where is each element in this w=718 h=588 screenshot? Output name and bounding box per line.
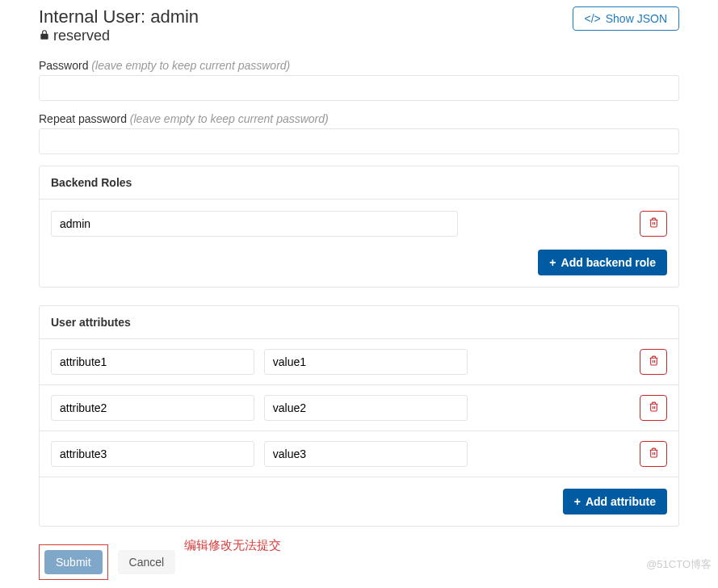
reserved-label: reserved bbox=[53, 27, 110, 44]
show-json-button[interactable]: </> Show JSON bbox=[573, 6, 680, 31]
password-label: Password (leave empty to keep current pa… bbox=[39, 59, 679, 72]
repeat-password-label: Repeat password (leave empty to keep cur… bbox=[39, 112, 679, 125]
attribute-value-input[interactable] bbox=[264, 441, 468, 467]
trash-icon bbox=[649, 217, 659, 230]
password-hint: (leave empty to keep current password) bbox=[91, 59, 290, 72]
backend-role-row bbox=[51, 211, 667, 237]
plus-icon: + bbox=[574, 495, 581, 508]
password-input[interactable] bbox=[39, 75, 679, 101]
plus-icon: + bbox=[549, 256, 556, 269]
attribute-key-input[interactable] bbox=[51, 441, 254, 467]
add-attribute-button[interactable]: + Add attribute bbox=[563, 489, 667, 514]
add-backend-role-label: Add backend role bbox=[561, 256, 656, 269]
user-attributes-title: User attributes bbox=[40, 306, 678, 339]
trash-icon bbox=[649, 355, 659, 368]
backend-roles-panel: Backend Roles + Add backend role bbox=[39, 166, 679, 288]
backend-role-input[interactable] bbox=[51, 211, 458, 237]
delete-attribute-button[interactable] bbox=[640, 395, 667, 421]
attribute-row bbox=[40, 431, 678, 477]
repeat-password-label-text: Repeat password bbox=[39, 112, 127, 125]
attribute-key-input[interactable] bbox=[51, 349, 254, 375]
repeat-password-input[interactable] bbox=[39, 128, 679, 154]
attribute-key-input[interactable] bbox=[51, 395, 254, 421]
repeat-password-hint: (leave empty to keep current password) bbox=[130, 112, 329, 125]
user-attributes-panel: User attributes + bbox=[39, 305, 679, 527]
delete-role-button[interactable] bbox=[640, 211, 667, 237]
add-attribute-label: Add attribute bbox=[586, 495, 656, 508]
attribute-value-input[interactable] bbox=[264, 395, 468, 421]
reserved-status: reserved bbox=[39, 27, 199, 44]
delete-attribute-button[interactable] bbox=[640, 441, 667, 467]
attribute-row bbox=[40, 385, 678, 431]
watermark: @51CTO博客 bbox=[646, 557, 712, 572]
backend-roles-title: Backend Roles bbox=[40, 166, 678, 200]
trash-icon bbox=[649, 401, 659, 414]
delete-attribute-button[interactable] bbox=[640, 349, 667, 375]
add-backend-role-button[interactable]: + Add backend role bbox=[538, 250, 667, 275]
annotation-text: 编辑修改无法提交 bbox=[184, 538, 281, 553]
submit-button[interactable]: Submit bbox=[44, 550, 103, 574]
cancel-button[interactable]: Cancel bbox=[118, 550, 176, 574]
trash-icon bbox=[649, 447, 659, 460]
attribute-value-input[interactable] bbox=[264, 349, 468, 375]
attribute-row bbox=[40, 339, 678, 385]
code-icon: </> bbox=[585, 12, 601, 25]
page-title: Internal User: admin bbox=[39, 6, 199, 27]
password-label-text: Password bbox=[39, 59, 88, 72]
submit-highlight-box: Submit bbox=[39, 544, 108, 580]
show-json-label: Show JSON bbox=[606, 12, 667, 25]
lock-icon bbox=[39, 29, 50, 43]
